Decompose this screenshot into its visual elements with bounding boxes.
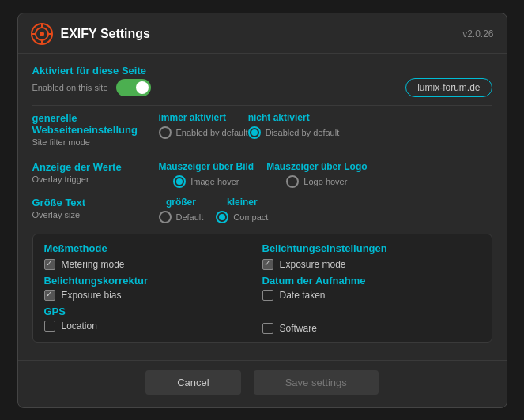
overlay-opt1-label: Mauszeiger über Bild [159, 161, 254, 172]
size-opt2-radio[interactable] [216, 211, 228, 223]
software-row: Software [262, 323, 481, 334]
site-badge: lumix-forum.de [405, 78, 492, 97]
size-sublabel: Overlay size [32, 210, 159, 219]
overlay-label: Anzeige der Werte [32, 161, 159, 173]
overlay-options: Mauszeiger über Bild Image hover Mauszei… [159, 161, 380, 188]
check-col-right: Belichtungseinstellungen Exposure mode D… [262, 242, 481, 334]
filter-opt2-radio[interactable] [248, 126, 261, 139]
filter-row: generelleWebseiteneinstellung Site filte… [32, 112, 492, 153]
metering-mode-label: Metering mode [62, 259, 125, 270]
filter-option-2-col: nicht aktiviert Disabled by default [248, 112, 340, 139]
software-checkbox[interactable] [262, 323, 273, 334]
toggle-left: Enabled on this site [32, 79, 151, 96]
version-label: v2.0.26 [462, 28, 493, 39]
exposure-bias-label: Exposure bias [62, 290, 122, 301]
overlay-opt2-sub: Logo hover [303, 177, 347, 186]
location-row: Location [44, 321, 262, 332]
checkbox-section: Meßmethode Metering mode Belichtungskorr… [32, 234, 492, 343]
location-checkbox[interactable] [44, 321, 55, 332]
filter-label: generelleWebseiteneinstellung [32, 112, 159, 136]
size-opt1-radio-group: Default [159, 211, 204, 223]
date-taken-label: Date taken [280, 290, 326, 301]
size-opt2-sub: Compact [233, 212, 268, 222]
size-opt1-sub: Default [176, 212, 204, 222]
size-opt2-radio-group: Compact [216, 211, 268, 223]
exposure-settings-title: Belichtungseinstellungen [262, 242, 481, 254]
software-label: Software [280, 323, 317, 334]
overlay-opt2-radio[interactable] [286, 175, 299, 188]
exify-icon [31, 23, 53, 45]
exposure-mode-checkbox[interactable] [262, 259, 273, 270]
filter-label-col: generelleWebseiteneinstellung Site filte… [32, 112, 159, 153]
overlay-opt2-radio-group: Logo hover [286, 175, 347, 188]
title-left: EXIFY Settings [31, 23, 151, 45]
settings-dialog: EXIFY Settings v2.0.26 Aktiviert für die… [17, 13, 507, 408]
divider-1 [32, 105, 492, 106]
filter-opt2-radio-group: Disabled by default [248, 126, 340, 139]
exposure-mode-row: Exposure mode [262, 259, 481, 270]
size-options: größer Default kleiner Compact [159, 197, 281, 223]
date-taken-title: Datum der Aufnahme [262, 275, 481, 287]
filter-opt1-radio-group: Enabled by default [159, 126, 248, 139]
filter-opt2-sub: Disabled by default [266, 128, 340, 137]
size-opt2-label: kleiner [227, 197, 258, 208]
overlay-opt1-sub: Image hover [190, 177, 239, 186]
content-area: Aktiviert für diese Seite Enabled on thi… [18, 54, 507, 360]
metering-mode-checkbox[interactable] [44, 259, 55, 270]
overlay-label-col: Anzeige der Werte Overlay trigger [32, 161, 159, 190]
overlay-opt1: Mauszeiger über Bild Image hover [159, 161, 254, 188]
svg-point-6 [40, 32, 44, 36]
filter-option-1-col: immer aktiviert Enabled by default [159, 112, 248, 139]
filter-opt2-label: nicht aktiviert [248, 112, 340, 123]
date-taken-row: Date taken [262, 290, 481, 301]
exposure-bias-row: Exposure bias [44, 290, 262, 301]
exposure-bias-checkbox[interactable] [44, 290, 55, 301]
title-bar: EXIFY Settings v2.0.26 [18, 13, 507, 54]
overlay-opt1-radio-group: Image hover [173, 175, 239, 188]
date-taken-checkbox[interactable] [262, 290, 273, 301]
size-label: Größe Text [32, 197, 159, 208]
overlay-row: Anzeige der Werte Overlay trigger Mausze… [32, 161, 492, 190]
size-opt1: größer Default [159, 197, 204, 223]
enable-sublabel: Enabled on this site [32, 83, 108, 92]
location-label: Location [62, 321, 97, 332]
filter-sublabel: Site filter mode [32, 137, 159, 147]
overlay-opt2-label: Mauszeiger über Logo [266, 161, 367, 172]
enable-row: Enabled on this site lumix-forum.de [32, 78, 492, 97]
save-button[interactable]: Save settings [254, 370, 379, 395]
check-col-left: Meßmethode Metering mode Belichtungskorr… [44, 242, 262, 334]
size-opt2: kleiner Compact [216, 197, 268, 223]
size-opt1-radio[interactable] [159, 211, 172, 223]
footer: Cancel Save settings [18, 360, 507, 407]
metering-mode-row: Metering mode [44, 259, 262, 270]
exposure-bias-title: Belichtungskorrektur [44, 275, 262, 287]
filter-opt1-label: immer aktiviert [159, 112, 248, 123]
overlay-sublabel: Overlay trigger [32, 174, 159, 184]
overlay-opt1-radio[interactable] [173, 175, 186, 188]
gps-title: GPS [44, 306, 262, 317]
size-row: Größe Text Overlay size größer Default k… [32, 197, 492, 226]
size-opt1-label: größer [166, 197, 196, 208]
exposure-mode-label: Exposure mode [280, 259, 346, 270]
app-title: EXIFY Settings [61, 27, 151, 41]
filter-opt1-sub: Enabled by default [176, 128, 248, 137]
filter-opt1-radio[interactable] [159, 126, 172, 139]
size-label-col: Größe Text Overlay size [32, 197, 159, 226]
metering-title: Meßmethode [44, 242, 262, 254]
cancel-button[interactable]: Cancel [145, 370, 240, 395]
enable-toggle[interactable] [116, 79, 151, 96]
overlay-opt2: Mauszeiger über Logo Logo hover [266, 161, 367, 188]
enable-label: Aktiviert für diese Seite [32, 65, 492, 77]
